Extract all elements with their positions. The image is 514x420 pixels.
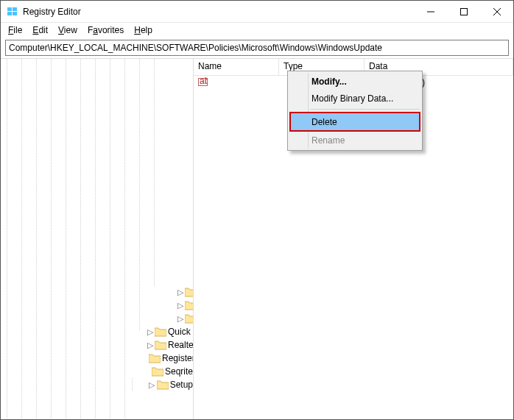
- minimize-button[interactable]: [414, 1, 447, 22]
- tree-item[interactable]: Appx: [1, 60, 193, 74]
- folder-icon: [152, 366, 163, 377]
- tree-item[interactable]: System: [1, 219, 193, 232]
- cm-modify[interactable]: Modify...: [289, 73, 420, 90]
- tree-item[interactable]: ▷Quick Heal: [1, 325, 193, 338]
- cm-modify-binary[interactable]: Modify Binary Data...: [289, 90, 420, 107]
- cm-delete[interactable]: Delete: [289, 112, 420, 132]
- tree-item[interactable]: ▷NetworkConnectivityStatusIndicator: [1, 166, 193, 179]
- tree-label: Quick Heal: [168, 327, 193, 337]
- maximize-button[interactable]: [447, 1, 480, 22]
- tree-item[interactable]: Seqrite: [1, 365, 193, 378]
- menu-help[interactable]: Help: [130, 24, 157, 36]
- tree-item[interactable]: ▷safer: [1, 193, 193, 206]
- tree-item[interactable]: EnhancedStorageDevices: [1, 127, 193, 140]
- tree-item[interactable]: ▷DataCollection: [1, 100, 193, 113]
- close-button[interactable]: [480, 1, 513, 22]
- folder-icon: [185, 313, 193, 324]
- expand-icon[interactable]: ▷: [148, 380, 155, 389]
- tree-label: Realtek: [168, 340, 193, 350]
- svg-rect-1: [13, 7, 17, 11]
- menubar: File Edit View Favorites Help: [1, 23, 513, 38]
- address-text: Computer\HKEY_LOCAL_MACHINE\SOFTWARE\Pol…: [9, 43, 382, 53]
- tree-item[interactable]: ▷Windows Defender: [1, 299, 193, 312]
- tree-label: RegisteredApplications: [162, 353, 193, 363]
- tree-item[interactable]: ▷Network Connections: [1, 153, 193, 166]
- tree-item[interactable]: SettingSync: [1, 206, 193, 219]
- tree-item[interactable]: ▷Setup: [1, 378, 193, 391]
- col-name[interactable]: Name: [194, 59, 279, 75]
- expand-icon[interactable]: ▷: [147, 341, 153, 349]
- tree-item[interactable]: ▷IPSec: [1, 140, 193, 153]
- tree-item[interactable]: ▷WcmSvc: [1, 246, 193, 259]
- svg-text:ab: ab: [200, 77, 208, 86]
- tree-item[interactable]: ▷NetworkProvider: [1, 179, 193, 193]
- tree-item[interactable]: WSDAPI: [1, 272, 193, 285]
- menu-edit[interactable]: Edit: [28, 24, 52, 36]
- menu-favorites[interactable]: Favorites: [83, 24, 128, 36]
- menu-view[interactable]: View: [54, 24, 82, 36]
- context-menu: Modify... Modify Binary Data... Delete R…: [287, 71, 423, 151]
- app-icon: [7, 6, 18, 18]
- expand-icon[interactable]: ▷: [177, 288, 183, 296]
- expand-icon[interactable]: ▷: [177, 314, 183, 323]
- folder-icon: [185, 300, 193, 310]
- tree-item[interactable]: ▷DriverSearching: [1, 113, 193, 127]
- menu-file[interactable]: File: [4, 24, 27, 36]
- cm-rename[interactable]: Rename: [289, 132, 420, 149]
- tree-label: Seqrite: [165, 366, 193, 377]
- svg-rect-3: [13, 12, 17, 15]
- registry-editor-window: Registry Editor File Edit View Favorites…: [0, 0, 514, 420]
- window-controls: [414, 1, 513, 22]
- tree-item[interactable]: RegisteredApplications: [1, 352, 193, 365]
- tree-item[interactable]: ▷Windows NT: [1, 312, 193, 325]
- folder-icon: [149, 353, 161, 363]
- tree-item[interactable]: ▷TenantRestrictions: [1, 232, 193, 246]
- folder-icon: [157, 380, 169, 390]
- titlebar: Registry Editor: [1, 1, 513, 23]
- tree-item[interactable]: ▷WorkplaceJoin: [1, 259, 193, 272]
- tree-label: Setup: [170, 380, 193, 390]
- address-bar[interactable]: Computer\HKEY_LOCAL_MACHINE\SOFTWARE\Pol…: [5, 40, 509, 56]
- folder-icon: [155, 340, 166, 350]
- value-name-cell: ab: [194, 77, 279, 87]
- tree-item[interactable]: ▷Realtek: [1, 338, 193, 352]
- tree-pane[interactable]: Appx▷BITS▷CurrentVersion▷DataCollection▷…: [1, 59, 194, 419]
- content-area: Appx▷BITS▷CurrentVersion▷DataCollection▷…: [1, 58, 513, 419]
- tree-item[interactable]: ▷BITS: [1, 74, 193, 87]
- svg-rect-5: [460, 8, 467, 15]
- folder-icon: [185, 287, 193, 297]
- tree-item[interactable]: ▷Windows Advanced Threat Protection: [1, 285, 193, 299]
- svg-rect-0: [7, 7, 12, 11]
- svg-rect-2: [7, 12, 12, 15]
- expand-icon[interactable]: ▷: [147, 327, 153, 336]
- string-value-icon: ab: [198, 77, 208, 87]
- expand-icon[interactable]: ▷: [177, 301, 183, 310]
- folder-icon: [155, 327, 166, 337]
- tree-item[interactable]: ▷CurrentVersion: [1, 87, 193, 100]
- window-title: Registry Editor: [23, 7, 414, 17]
